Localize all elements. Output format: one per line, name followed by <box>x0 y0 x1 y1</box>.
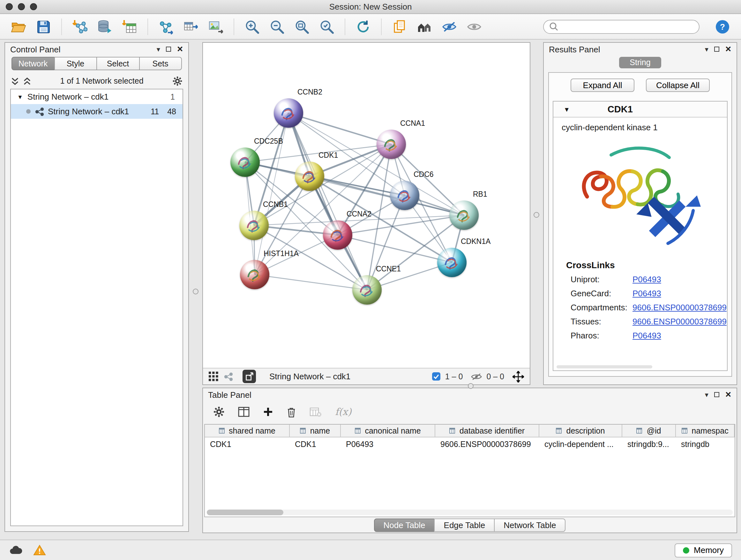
tree-expand-icon[interactable]: ▼ <box>17 94 23 100</box>
splitter-knob-left[interactable] <box>193 289 199 294</box>
copy-button[interactable] <box>389 17 410 36</box>
delete-column-button[interactable] <box>286 407 296 417</box>
home-button[interactable] <box>414 17 435 36</box>
cloud-icon <box>9 545 23 555</box>
search-input[interactable] <box>562 21 694 32</box>
gear-icon[interactable] <box>172 76 183 86</box>
tab-edge-table[interactable]: Edge Table <box>434 518 495 532</box>
network-node-cdc6[interactable] <box>390 181 419 210</box>
network-node-ccne1[interactable] <box>352 275 382 305</box>
hidden-eye-slash-icon <box>471 373 482 380</box>
save-icon <box>36 19 51 34</box>
pan-crosshair-icon[interactable] <box>513 371 524 382</box>
show-all-button[interactable] <box>463 17 485 36</box>
tab-style[interactable]: Style <box>54 57 97 70</box>
splitter-knob-bottom[interactable] <box>468 383 474 389</box>
help-button[interactable]: ? <box>712 17 733 36</box>
network-node-ccnb1[interactable] <box>239 211 269 240</box>
network-nodes-layer: CCNB2CCNA1CDC25BCDK1CDC6RB1CCNB1CCNA2CDK… <box>203 43 530 368</box>
crosslink-link[interactable]: 9606.ENSP00000378699 <box>632 303 727 312</box>
panel-close-icon[interactable]: ✕ <box>725 45 731 53</box>
open-in-new-window-button[interactable] <box>243 370 256 383</box>
splitter-knob-right[interactable] <box>534 212 539 218</box>
network-collection-row[interactable]: ▼ String Network – cdk1 1 <box>11 89 183 104</box>
main-toolbar: ? <box>0 14 741 40</box>
network-node-rb1[interactable] <box>449 200 479 230</box>
column-header-description[interactable]: description <box>539 425 622 437</box>
new-network-button[interactable] <box>155 17 177 36</box>
tab-node-table[interactable]: Node Table <box>374 518 434 532</box>
export-network-button[interactable] <box>180 17 202 36</box>
panel-collapse-icon[interactable]: ▾ <box>705 46 709 53</box>
panel-collapse-icon[interactable]: ▾ <box>157 46 160 53</box>
column-icon <box>219 428 226 434</box>
import-table-from-file-button[interactable] <box>119 17 140 36</box>
open-session-button[interactable] <box>8 17 29 36</box>
tab-string[interactable]: String <box>619 57 661 68</box>
panel-float-icon[interactable] <box>714 392 719 397</box>
table-row[interactable]: CDK1CDK1P064939606.ENSP00000378699cyclin… <box>205 437 735 451</box>
panel-close-icon[interactable]: ✕ <box>725 391 731 398</box>
collapse-entry-icon[interactable]: ▼ <box>563 106 570 113</box>
table-horizontal-scrollbar[interactable] <box>207 509 733 515</box>
column-header-canonical-name[interactable]: canonical name <box>341 425 435 437</box>
node-details-header[interactable]: ▼ CDK1 <box>553 102 727 118</box>
zoom-selected-button[interactable] <box>316 17 338 36</box>
export-image-button[interactable] <box>205 17 226 36</box>
function-builder-button[interactable]: f(x) <box>335 406 351 418</box>
column-header-id[interactable]: @id <box>622 425 676 437</box>
tab-select[interactable]: Select <box>96 57 139 70</box>
network-node-ccnb2[interactable] <box>274 98 303 128</box>
network-collection-count: 1 <box>171 92 183 101</box>
network-overview-icon[interactable] <box>224 372 233 381</box>
network-node-cdc25b[interactable] <box>230 147 260 177</box>
zoom-fit-icon <box>294 19 310 34</box>
tab-network-table[interactable]: Network Table <box>494 518 565 532</box>
column-header-namespace[interactable]: namespac <box>676 425 735 437</box>
column-header-name[interactable]: name <box>290 425 341 437</box>
tab-network[interactable]: Network <box>11 57 55 70</box>
crosslink-link[interactable]: P06493 <box>632 289 661 298</box>
tab-sets[interactable]: Sets <box>139 57 182 70</box>
network-row-selected[interactable]: String Network – cdk1 11 48 <box>11 104 183 119</box>
table-settings-button[interactable] <box>213 406 225 418</box>
network-node-cdk1[interactable] <box>295 162 324 191</box>
crosslink-label: Compartments: <box>570 303 632 312</box>
crosslink-link[interactable]: 9606.ENSP00000378699 <box>632 317 727 326</box>
network-canvas[interactable]: CCNB2CCNA1CDC25BCDK1CDC6RB1CCNB1CCNA2CDK… <box>203 43 530 368</box>
hide-selected-button[interactable] <box>439 17 460 36</box>
expand-all-button[interactable]: Expand All <box>570 78 634 92</box>
panel-float-icon[interactable] <box>166 47 171 52</box>
memory-button[interactable]: Memory <box>675 543 732 557</box>
network-node-ccna1[interactable] <box>377 130 406 159</box>
zoom-fit-button[interactable] <box>291 17 313 36</box>
panel-collapse-icon[interactable]: ▾ <box>705 391 709 398</box>
network-node-ccna2[interactable] <box>323 220 352 250</box>
import-network-from-file-button[interactable] <box>69 17 91 36</box>
collapse-all-icon[interactable] <box>11 76 19 86</box>
column-header-shared-name[interactable]: shared name <box>205 425 290 437</box>
network-node-cdkn1a[interactable] <box>437 248 467 277</box>
expand-all-icon[interactable] <box>23 76 31 86</box>
zoom-out-button[interactable] <box>266 17 288 36</box>
network-node-hist1h1a[interactable] <box>240 260 269 289</box>
scrollbar-thumb[interactable] <box>207 509 283 515</box>
network-view-title: String Network – cdk1 <box>269 372 350 381</box>
import-network-from-database-button[interactable] <box>94 17 116 36</box>
crosslink-link[interactable]: P06493 <box>632 331 661 340</box>
crosslink-link[interactable]: P06493 <box>632 274 661 284</box>
cloud-status-button[interactable] <box>9 545 23 555</box>
results-scrollbar[interactable] <box>556 365 652 368</box>
warnings-button[interactable] <box>33 545 46 556</box>
birds-eye-grid-icon[interactable] <box>209 372 218 381</box>
collapse-all-button[interactable]: Collapse All <box>646 78 710 92</box>
column-header-database-identifier[interactable]: database identifier <box>435 425 539 437</box>
zoom-selected-icon <box>319 19 334 34</box>
panel-close-icon[interactable]: ✕ <box>177 45 183 53</box>
panel-float-icon[interactable] <box>714 47 719 52</box>
zoom-in-button[interactable] <box>241 17 263 36</box>
apply-layout-button[interactable] <box>352 17 374 36</box>
save-session-button[interactable] <box>32 17 54 36</box>
create-column-button[interactable] <box>263 407 273 417</box>
show-columns-button[interactable] <box>238 407 250 417</box>
